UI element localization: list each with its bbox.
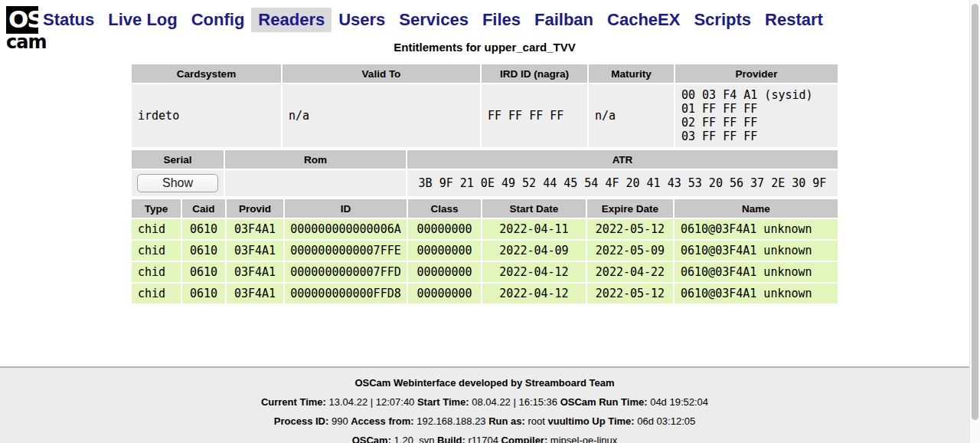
footer-segment: Up Time: — [592, 415, 634, 427]
footer-line3: Process ID: 990 Access from: 192.168.188… — [0, 412, 969, 431]
footer-segment: vuultimo — [548, 415, 590, 427]
footer-segment: 192.168.188.23 — [414, 415, 489, 427]
cell-name: 0610@03F4A1 unknown — [675, 219, 838, 239]
entitlement-row: chid061003F4A10000000000007FFD0000000020… — [132, 262, 838, 282]
footer-segment: OSCam: — [352, 435, 391, 443]
serial-atr-table: Serial Rom ATR Show 3B 9F 21 0E 49 52 44… — [130, 149, 839, 198]
header-type: Type — [132, 199, 181, 218]
cell-name: 0610@03F4A1 unknown — [675, 262, 838, 282]
page-title: Entitlements for upper_card_TVV — [0, 41, 969, 54]
entitlements-body: Type Caid Provid ID Class Start Date Exp… — [132, 199, 838, 304]
header-name: Name — [675, 199, 838, 218]
provider-cell: 00 03 F4 A1 (sysid)01 FF FF FF02 FF FF F… — [675, 84, 838, 147]
footer: OSCam Webinterface developed by Streambo… — [0, 366, 969, 443]
footer-segment: Run as: — [488, 415, 525, 427]
cell-provid: 03F4A1 — [227, 241, 283, 261]
header-expire-date: Expire Date — [587, 199, 673, 218]
footer-segment: 04d 19:52:04 — [648, 396, 709, 408]
nav-item-users[interactable]: Users — [332, 8, 392, 32]
cell-ird-id: FF FF FF FF — [482, 84, 587, 147]
header-atr: ATR — [407, 150, 838, 169]
card-info-row: irdeto n/a FF FF FF FF n/a 00 03 F4 A1 (… — [132, 84, 838, 147]
nav-item-config[interactable]: Config — [185, 8, 252, 32]
cell-name: 0610@03F4A1 unknown — [675, 284, 838, 304]
nav-item-status[interactable]: Status — [36, 8, 101, 32]
footer-segment: Start Time: — [417, 396, 469, 408]
footer-line4: OSCam: 1.20_svn Build: r11704 Compiler: … — [0, 431, 969, 443]
scrollbar-thumb[interactable] — [972, 4, 978, 420]
footer-segment: 13.04.22 | 12:07:40 — [326, 396, 417, 408]
cell-expire-date: 2022-05-12 — [587, 284, 673, 304]
cell-class: 00000000 — [408, 284, 481, 304]
cell-provid: 03F4A1 — [227, 262, 283, 282]
nav-item-files[interactable]: Files — [475, 8, 528, 32]
nav-item-restart[interactable]: Restart — [758, 8, 830, 32]
cell-type: chid — [132, 241, 181, 261]
nav-item-services[interactable]: Services — [392, 8, 475, 32]
cell-start-date: 2022-04-09 — [482, 241, 586, 261]
serial-header-row: Serial Rom ATR — [132, 150, 838, 169]
content-area: Cardsystem Valid To IRD ID (nagra) Matur… — [0, 63, 969, 305]
footer-segment: Current Time: — [261, 396, 326, 408]
footer-segment: Build: — [437, 435, 466, 443]
footer-segment: Compiler: — [501, 435, 548, 443]
footer-line2: Current Time: 13.04.22 | 12:07:40 Start … — [0, 392, 969, 412]
cell-id: 0000000000007FFD — [285, 262, 407, 282]
cell-cardsystem: irdeto — [132, 84, 281, 147]
cell-expire-date: 2022-04-22 — [587, 262, 673, 282]
cell-provid: 03F4A1 — [227, 284, 283, 304]
nav-item-live-log[interactable]: Live Log — [101, 8, 184, 32]
atr-cell: 3B 9F 21 0E 49 52 44 45 54 4F 20 41 43 5… — [407, 170, 838, 196]
cell-maturity: n/a — [589, 84, 674, 147]
header-valid-to: Valid To — [283, 64, 480, 83]
header-class: Class — [408, 199, 481, 218]
cell-start-date: 2022-04-11 — [482, 219, 586, 239]
cell-id: 0000000000007FFE — [285, 241, 407, 261]
header-cardsystem: Cardsystem — [132, 64, 281, 83]
provider-line: 03 FF FF FF — [681, 130, 838, 143]
nav-item-failban[interactable]: Failban — [528, 8, 600, 32]
cell-type: chid — [132, 284, 181, 304]
cell-caid: 0610 — [182, 219, 225, 239]
footer-segment: 1.20_svn — [391, 435, 437, 443]
entitlements-table: Type Caid Provid ID Class Start Date Exp… — [130, 198, 839, 305]
footer-credits: OSCam Webinterface developed by Streambo… — [0, 373, 969, 392]
nav-item-scripts[interactable]: Scripts — [687, 8, 758, 32]
main-nav: StatusLive LogConfigReadersUsersServices… — [36, 8, 830, 32]
cell-type: chid — [132, 219, 181, 239]
entitlement-row: chid061003F4A10000000000007FFE0000000020… — [132, 241, 838, 261]
footer-segment: Access from: — [351, 415, 413, 427]
rom-cell — [225, 170, 406, 196]
card-info-header-row: Cardsystem Valid To IRD ID (nagra) Matur… — [132, 64, 838, 83]
oscam-logo-os: OS — [6, 6, 38, 34]
vertical-scrollbar[interactable] — [969, 0, 980, 443]
cell-caid: 0610 — [182, 241, 225, 261]
cell-type: chid — [132, 262, 181, 282]
cell-valid-to: n/a — [283, 84, 480, 147]
cell-class: 00000000 — [408, 262, 481, 282]
footer-segment: Process ID: — [274, 415, 329, 427]
cell-expire-date: 2022-05-09 — [587, 241, 673, 261]
nav-item-cacheex[interactable]: CacheEX — [600, 8, 687, 32]
cell-caid: 0610 — [182, 262, 225, 282]
oscam-webif-page: OS cam StatusLive LogConfigReadersUsersS… — [0, 0, 980, 443]
cell-id: 000000000000FFD8 — [285, 284, 407, 304]
footer-segment: root — [525, 415, 548, 427]
header-rom: Rom — [225, 150, 406, 169]
entitlement-row: chid061003F4A1000000000000006A0000000020… — [132, 219, 838, 239]
header-start-date: Start Date — [482, 199, 586, 218]
header-serial: Serial — [132, 150, 224, 169]
header-id: ID — [285, 199, 407, 218]
footer-segment: 08.04.22 | 16:15:36 — [469, 396, 560, 408]
nav-item-readers[interactable]: Readers — [251, 8, 332, 32]
serial-cell: Show — [132, 170, 224, 196]
provider-line: 02 FF FF FF — [681, 116, 838, 130]
footer-segment: OSCam Run Time: — [560, 396, 648, 408]
entitlement-row: chid061003F4A1000000000000FFD80000000020… — [132, 284, 838, 304]
footer-segment: 06d 03:12:05 — [635, 415, 696, 427]
serial-data-row: Show 3B 9F 21 0E 49 52 44 45 54 4F 20 41… — [132, 170, 838, 196]
show-serial-button[interactable]: Show — [137, 174, 218, 192]
cell-class: 00000000 — [408, 241, 481, 261]
header-ird-id: IRD ID (nagra) — [482, 64, 587, 83]
footer-credits-text: OSCam Webinterface developed by Streambo… — [354, 377, 614, 389]
